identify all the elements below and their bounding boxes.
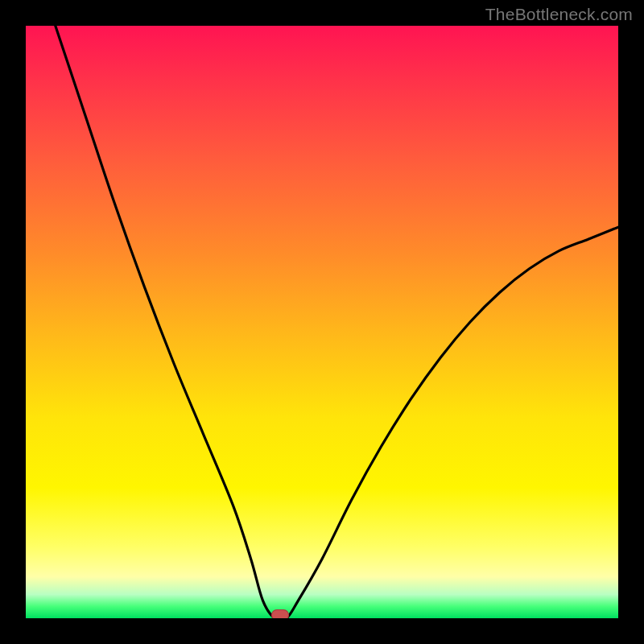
- plot-area: [26, 26, 618, 618]
- curve-svg: [26, 26, 618, 618]
- optimal-marker: [271, 609, 289, 618]
- chart-frame: TheBottleneck.com: [0, 0, 644, 644]
- watermark-text: TheBottleneck.com: [485, 5, 633, 24]
- bottleneck-curve: [56, 26, 618, 618]
